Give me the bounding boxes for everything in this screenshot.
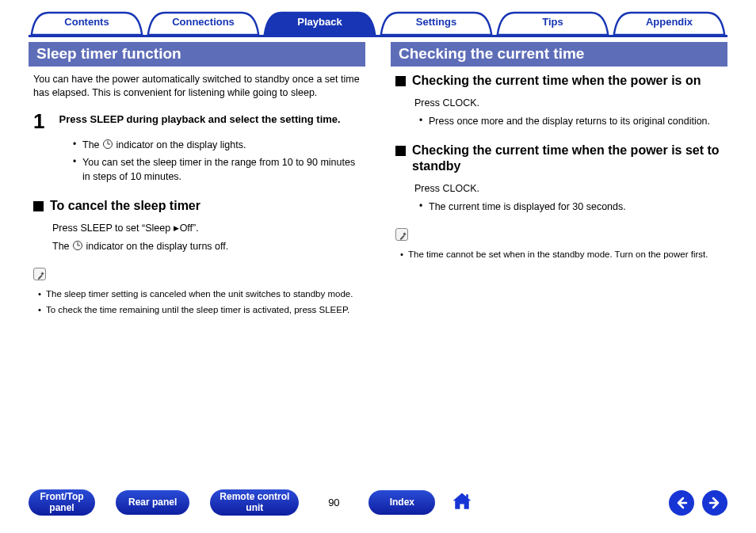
- page-number: 90: [318, 497, 349, 508]
- text: Remote control: [220, 492, 289, 503]
- right-column: Checking the current time Checking the c…: [391, 42, 727, 318]
- right-note: The time cannot be set when in the stand…: [400, 248, 727, 261]
- step1-bullet1: The indicator on the display lights.: [73, 138, 365, 152]
- tab-appendix[interactable]: Appendix: [608, 11, 731, 35]
- arrow-right-icon: [708, 497, 721, 509]
- square-bullet-icon: [395, 76, 406, 86]
- check-power-on-title: Checking the current time when the power…: [412, 73, 701, 89]
- text: The: [82, 139, 102, 150]
- s2-press: Press CLOCK.: [414, 181, 727, 196]
- text: Front/Top: [38, 492, 86, 503]
- front-top-panel-button[interactable]: Front/Top panel: [29, 489, 95, 516]
- tab-contents[interactable]: Contents: [25, 11, 148, 35]
- index-button[interactable]: Index: [368, 490, 435, 516]
- sleep-timer-icon: [73, 241, 82, 250]
- text: Off”.: [180, 223, 199, 234]
- sleep-intro: You can have the power automatically swi…: [33, 73, 365, 100]
- tab-tips[interactable]: Tips: [491, 11, 614, 35]
- check-standby-title: Checking the current time when the power…: [412, 143, 727, 176]
- next-page-button[interactable]: [702, 490, 727, 516]
- cancel-sleep-title: To cancel the sleep timer: [50, 198, 200, 215]
- text: panel: [38, 503, 86, 514]
- note-icon: [33, 268, 46, 280]
- remote-control-button[interactable]: Remote control unit: [210, 489, 299, 516]
- s1-press: Press CLOCK.: [414, 96, 727, 111]
- arrow-left-icon: [675, 497, 688, 509]
- cancel-p1: Press SLEEP to set “Sleep Off”.: [52, 221, 365, 236]
- left-column: Sleep timer function You can have the po…: [29, 42, 365, 318]
- home-button[interactable]: [451, 490, 473, 515]
- step-text: Press SLEEP during playback and select t…: [59, 111, 340, 131]
- text: The: [52, 241, 72, 252]
- section-header-time: Checking the current time: [391, 42, 727, 67]
- text: indicator on the display turns off.: [83, 241, 228, 252]
- text: unit: [220, 503, 289, 514]
- s2-bullet: The current time is displayed for 30 sec…: [419, 200, 727, 214]
- s1-bullet: Press once more and the display returns …: [419, 114, 727, 128]
- square-bullet-icon: [33, 201, 44, 211]
- text: indicator on the display lights.: [113, 139, 246, 150]
- tab-playback[interactable]: Playback: [258, 11, 381, 35]
- footer-nav: Front/Top panel Rear panel Remote contro…: [29, 489, 727, 516]
- left-note-1: The sleep timer setting is canceled when…: [38, 287, 365, 300]
- svg-rect-0: [467, 494, 469, 497]
- step-1: 1 Press SLEEP during playback and select…: [33, 111, 365, 131]
- step-number: 1: [33, 111, 44, 131]
- text: Press SLEEP to set “Sleep: [52, 223, 174, 234]
- tab-settings[interactable]: Settings: [375, 11, 498, 35]
- prev-page-button[interactable]: [669, 490, 694, 516]
- tab-connections[interactable]: Connections: [142, 11, 265, 35]
- home-icon: [451, 490, 473, 512]
- note-icon: [395, 228, 408, 241]
- tabs-underline: [29, 35, 727, 37]
- rear-panel-button[interactable]: Rear panel: [116, 490, 189, 516]
- top-tabs: Contents Connections Playback Settings T…: [29, 11, 727, 35]
- left-note-2: To check the time remaining until the sl…: [38, 303, 365, 316]
- sleep-timer-icon: [103, 139, 113, 149]
- square-bullet-icon: [395, 146, 406, 156]
- play-icon: [174, 223, 180, 234]
- section-header-sleep: Sleep timer function: [29, 42, 365, 67]
- step1-bullet2: You can set the sleep timer in the range…: [73, 155, 365, 184]
- cancel-p2: The indicator on the display turns off.: [52, 239, 365, 254]
